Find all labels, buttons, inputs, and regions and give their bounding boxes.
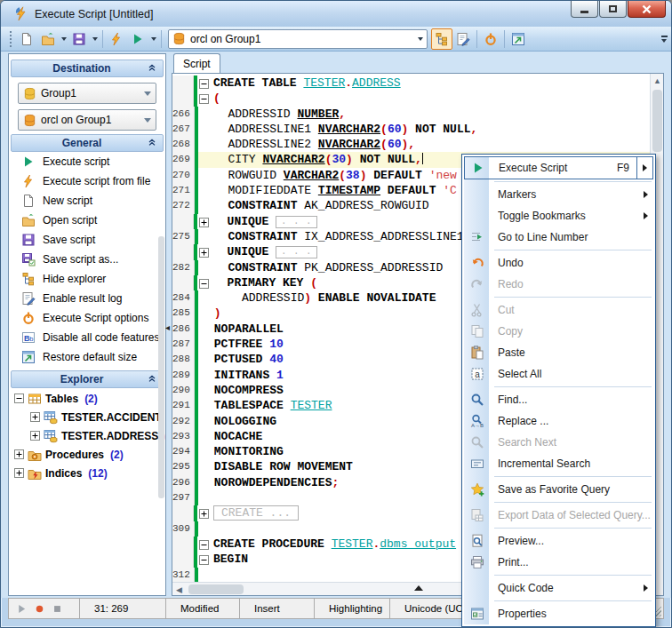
collapse-box-icon[interactable] xyxy=(14,393,24,403)
restore-default-size-item[interactable]: Restore default size xyxy=(9,347,165,367)
open-script-button[interactable] xyxy=(37,28,59,50)
stop-indicator-icon[interactable] xyxy=(52,603,63,615)
tree-tester-accident[interactable]: TESTER.ACCIDENT(1) xyxy=(9,409,165,425)
fold-margin xyxy=(198,122,212,137)
menu-copy-label: Copy xyxy=(498,325,653,338)
expand-box-icon[interactable] xyxy=(14,449,24,459)
enable-result-log-item[interactable]: Enable result log xyxy=(9,289,165,308)
new-script-item[interactable]: New script xyxy=(9,191,165,211)
collapse-sidebar-arrow-icon[interactable]: ◂ xyxy=(165,322,170,332)
new-script-button[interactable] xyxy=(16,28,37,50)
expand-box-icon[interactable] xyxy=(30,412,40,422)
collapsed-fold-box[interactable]: . . . xyxy=(276,216,317,228)
undo-icon xyxy=(470,256,484,270)
menu-save-favorite[interactable]: Save as Favorite Query xyxy=(464,479,653,500)
restore-size-button[interactable] xyxy=(508,28,529,50)
menu-preview[interactable]: Preview... xyxy=(464,530,653,552)
combo-dropdown-icon[interactable] xyxy=(415,28,425,50)
execute-script-item[interactable]: Execute script xyxy=(9,152,165,171)
section-header-explorer[interactable]: Explorer xyxy=(11,370,164,388)
group-select[interactable]: Group1 xyxy=(18,83,156,104)
fold-margin xyxy=(198,290,212,306)
result-splitter-arrow-icon[interactable] xyxy=(414,585,423,591)
open-script-item[interactable]: Open script xyxy=(9,211,165,230)
fold-margin xyxy=(198,414,212,429)
menu-markers[interactable]: Markers xyxy=(464,184,653,205)
save-script-item[interactable]: Save script xyxy=(9,230,165,250)
tree-procedures[interactable]: Procedures(2) xyxy=(9,446,165,463)
section-header-general[interactable]: General xyxy=(11,134,164,152)
collapsed-fold-box[interactable]: . . . xyxy=(276,246,317,258)
toggle-explorer-button[interactable] xyxy=(431,28,452,50)
collapse-chevrons-icon[interactable] xyxy=(147,135,157,151)
result-log-button[interactable] xyxy=(452,28,474,50)
menu-select-all[interactable]: aSelect All xyxy=(464,363,653,385)
collapsed-region-box[interactable]: CREATE ... xyxy=(213,505,299,521)
toolbar-grip[interactable] xyxy=(7,31,13,47)
open-script-button-dropdown[interactable] xyxy=(59,28,68,50)
redo-icon xyxy=(470,277,484,291)
disable-code-features-item[interactable]: BbDisable all code features xyxy=(9,328,165,347)
code-line[interactable]: 266 ADDRESSID NUMBER, xyxy=(172,107,650,122)
save-script-button-dropdown[interactable] xyxy=(90,28,100,50)
vscroll-thumb[interactable] xyxy=(652,90,662,152)
run-indicator-icon[interactable] xyxy=(16,603,28,615)
toolbar-overflow-icon[interactable] xyxy=(659,29,669,49)
collapse-chevrons-icon[interactable] xyxy=(147,60,157,76)
script-options-button[interactable] xyxy=(480,28,501,50)
code-line[interactable]: ( xyxy=(172,91,650,106)
menu-quick-code[interactable]: Quick Code xyxy=(464,577,653,599)
execute-from-file-button[interactable] xyxy=(106,28,127,50)
menu-incremental-search[interactable]: Incremental Search xyxy=(464,453,653,474)
menu-execute-script[interactable]: Execute ScriptF9 xyxy=(464,156,653,179)
hide-explorer-item[interactable]: Hide explorer xyxy=(9,269,165,289)
save-as-icon xyxy=(21,252,36,266)
save-script-as-item[interactable]: Save script as... xyxy=(9,250,165,269)
database-select[interactable]: orcl on Group1 xyxy=(18,109,156,131)
code-line[interactable]: CREATE TABLE TESTER.ADDRESS xyxy=(172,76,650,91)
play-icon xyxy=(471,161,485,175)
script-options-item[interactable]: Execute Script options xyxy=(9,308,165,328)
close-button[interactable] xyxy=(628,1,666,18)
database-combo[interactable]: orcl on Group1 xyxy=(168,29,428,49)
line-number: 292 xyxy=(172,414,195,429)
menu-export-data-label: Export Data of Selected Query... xyxy=(498,509,653,521)
record-indicator-icon[interactable] xyxy=(34,603,45,615)
maximize-button[interactable] xyxy=(599,1,627,18)
save-script-button[interactable] xyxy=(68,28,90,50)
toolbar-separator xyxy=(476,30,477,48)
expand-box-icon[interactable] xyxy=(30,431,40,441)
menu-separator xyxy=(494,181,652,182)
tab-script[interactable]: Script xyxy=(173,53,220,73)
fold-margin xyxy=(198,183,212,198)
collapse-chevrons-icon[interactable] xyxy=(147,371,157,387)
tree-tables-label: Tables xyxy=(45,393,78,405)
menu-properties[interactable]: Properties xyxy=(464,603,653,624)
svg-text:A→B: A→B xyxy=(471,423,484,428)
menu-goto-line[interactable]: Go to Line Number xyxy=(464,227,653,248)
hscroll-thumb[interactable] xyxy=(188,584,244,594)
menu-toggle-bookmarks[interactable]: Toggle Bookmarks xyxy=(464,205,653,227)
menu-find[interactable]: Find... xyxy=(464,389,653,410)
execute-script-button[interactable] xyxy=(127,28,148,50)
execute-from-file-item[interactable]: Execute script from file xyxy=(9,171,165,191)
properties-icon xyxy=(470,607,484,621)
scroll-up-icon[interactable]: ▲ xyxy=(651,74,664,87)
code-line[interactable]: 268 ADDRESSLINE2 NVARCHAR2(60), xyxy=(172,137,650,152)
tree-tester-address[interactable]: TESTER.ADDRESS(1) xyxy=(9,427,165,444)
menu-replace[interactable]: A→BReplace ... xyxy=(464,410,653,432)
tree-indices[interactable]: Indices(12) xyxy=(9,465,165,481)
bb-icon: Bb xyxy=(21,330,36,345)
menu-undo[interactable]: Undo xyxy=(464,252,653,274)
execute-script-button-dropdown[interactable] xyxy=(148,28,158,50)
tree-tables[interactable]: Tables(2) xyxy=(9,390,165,407)
code-line[interactable]: 267 ADDRESSLINE1 NVARCHAR2(60) NOT NULL, xyxy=(172,122,650,137)
section-header-destination[interactable]: Destination xyxy=(11,60,164,77)
expand-box-icon[interactable] xyxy=(14,468,24,478)
menu-paste[interactable]: Paste xyxy=(464,342,653,363)
menu-print[interactable]: Print... xyxy=(464,552,653,573)
scroll-left-icon[interactable]: ◀ xyxy=(172,583,186,596)
new-script-item-label: New script xyxy=(43,195,92,207)
sidebar-scrollbar[interactable] xyxy=(158,236,164,498)
minimize-button[interactable] xyxy=(571,1,598,18)
